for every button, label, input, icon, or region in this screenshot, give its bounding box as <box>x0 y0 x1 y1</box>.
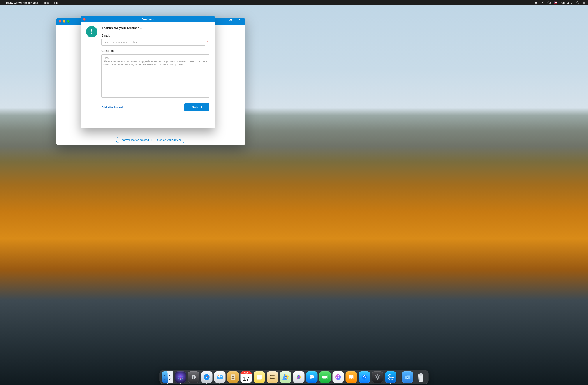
svg-line-69 <box>379 379 379 379</box>
svg-point-16 <box>230 21 230 21</box>
contents-label: Contents: <box>101 49 210 53</box>
window-minimize-button[interactable] <box>63 20 65 22</box>
exclamation-icon: ! <box>86 26 97 38</box>
svg-rect-34 <box>257 375 262 380</box>
dock-app-siri[interactable] <box>175 371 186 383</box>
dock-app-ibooks[interactable] <box>346 371 357 383</box>
svg-line-68 <box>376 375 376 376</box>
svg-rect-76 <box>420 373 422 374</box>
dock: MAR 17 3D <box>160 370 429 384</box>
dock-app-contacts[interactable] <box>228 371 239 383</box>
svg-point-15 <box>583 3 583 4</box>
svg-point-31 <box>218 375 219 376</box>
feedback-close-button[interactable] <box>83 18 85 21</box>
svg-point-56 <box>312 376 312 377</box>
svg-rect-6 <box>554 3 557 4</box>
svg-point-13 <box>583 1 583 2</box>
dock-app-reminders[interactable] <box>267 371 278 383</box>
dock-app-notes[interactable] <box>254 371 265 383</box>
svg-text:HEIC: HEIC <box>390 377 392 378</box>
dock-app-maps[interactable]: 3D <box>280 371 291 383</box>
menubar-clock[interactable]: Sat 23:12 <box>560 1 573 4</box>
svg-point-20 <box>164 375 166 376</box>
chat-icon[interactable] <box>229 19 233 24</box>
feedback-titlebar[interactable]: Feedback <box>81 16 215 22</box>
dock-app-finder[interactable] <box>162 371 173 383</box>
window-close-button[interactable] <box>59 20 61 22</box>
feedback-heading: Thanks for your feedback. <box>101 26 210 30</box>
svg-line-70 <box>379 375 379 376</box>
calendar-month: MAR <box>241 371 252 374</box>
status-icon-2[interactable] <box>541 1 544 4</box>
svg-point-17 <box>231 21 231 21</box>
add-attachment-link[interactable]: Add attachment <box>101 106 123 109</box>
dock-app-itunes[interactable] <box>333 371 344 383</box>
svg-point-22 <box>178 375 183 380</box>
dock-app-heic-converter[interactable]: HEIC <box>385 371 397 383</box>
spotlight-search-icon[interactable] <box>576 1 579 4</box>
email-field[interactable] <box>101 39 205 45</box>
submit-button[interactable]: Submit <box>184 103 210 111</box>
dock-app-photos[interactable] <box>293 371 305 383</box>
svg-point-55 <box>311 376 311 377</box>
svg-point-63 <box>377 376 378 378</box>
svg-point-41 <box>270 375 271 376</box>
svg-point-43 <box>270 378 271 379</box>
svg-rect-1 <box>549 2 550 3</box>
svg-rect-7 <box>554 1 555 3</box>
svg-line-71 <box>376 379 376 379</box>
calendar-day: 17 <box>241 374 252 383</box>
feedback-modal: Feedback ! Thanks for your feedback. Ema… <box>81 16 215 128</box>
menu-help[interactable]: Help <box>53 1 59 4</box>
dock-trash[interactable] <box>415 371 426 383</box>
svg-point-42 <box>270 377 271 378</box>
dock-app-safari[interactable] <box>201 371 212 383</box>
svg-text:3D: 3D <box>285 377 287 378</box>
notification-center-icon[interactable] <box>582 1 586 4</box>
svg-line-9 <box>578 3 579 4</box>
status-icon-1[interactable] <box>534 1 538 4</box>
email-label: Email: <box>101 34 210 37</box>
svg-point-61 <box>362 375 367 380</box>
macos-menubar: HEIC Converter for Mac Tools Help Sat 23… <box>0 0 588 5</box>
dock-app-system-preferences[interactable] <box>372 371 383 383</box>
facebook-icon[interactable] <box>237 19 241 24</box>
dock-app-downloads[interactable] <box>402 371 413 383</box>
email-required-mark: * <box>207 41 210 44</box>
recover-files-link[interactable]: Recover lost or deleted HEIC files on yo… <box>116 137 185 143</box>
svg-point-8 <box>576 1 578 3</box>
contents-field[interactable] <box>101 54 210 98</box>
svg-point-21 <box>169 375 170 376</box>
window-zoom-button[interactable] <box>67 20 70 22</box>
dock-separator <box>399 372 399 383</box>
dock-app-appstore[interactable] <box>359 371 370 383</box>
svg-marker-59 <box>326 375 328 379</box>
svg-point-23 <box>179 376 182 378</box>
svg-point-75 <box>418 374 423 375</box>
svg-point-33 <box>232 376 234 377</box>
menubar-app-name[interactable]: HEIC Converter for Mac <box>6 1 38 4</box>
menu-tools[interactable]: Tools <box>42 1 49 4</box>
feedback-title: Feedback <box>81 18 215 21</box>
svg-rect-58 <box>322 376 326 378</box>
input-source-flag-icon[interactable] <box>554 1 557 4</box>
dock-app-launchpad[interactable] <box>188 371 199 383</box>
window-footer: Recover lost or deleted HEIC files on yo… <box>57 134 245 145</box>
dock-app-messages[interactable] <box>306 371 318 383</box>
svg-point-57 <box>313 376 313 377</box>
svg-point-14 <box>583 2 583 3</box>
dock-app-calendar[interactable]: MAR 17 <box>241 371 252 383</box>
dock-app-mail[interactable] <box>214 371 226 383</box>
dock-app-facetime[interactable] <box>319 371 331 383</box>
screen-mirroring-icon[interactable] <box>547 1 551 4</box>
